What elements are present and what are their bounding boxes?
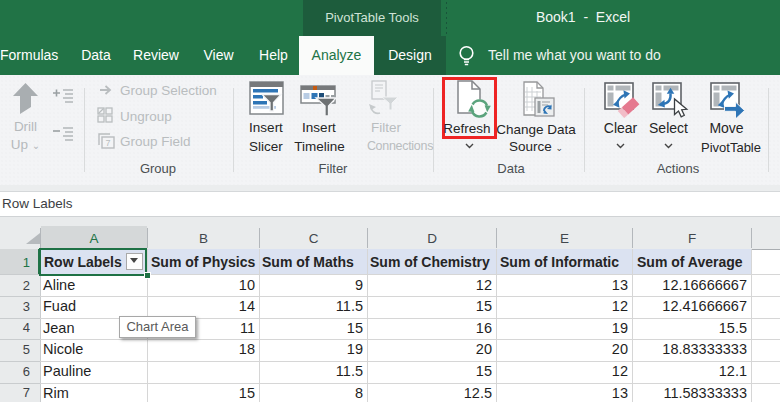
svg-text:7: 7	[105, 138, 110, 148]
